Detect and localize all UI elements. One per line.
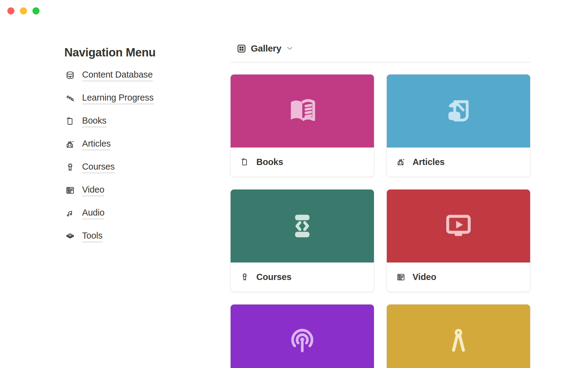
compass-icon bbox=[443, 325, 474, 357]
gallery-card-books[interactable]: Books bbox=[230, 74, 374, 177]
article-envelope-icon bbox=[396, 157, 406, 167]
podcast-icon bbox=[286, 325, 318, 357]
nav-item-learning-progress[interactable]: Learning Progress bbox=[64, 87, 208, 110]
card-footer: Articles bbox=[387, 148, 530, 177]
card-title: Courses bbox=[256, 272, 292, 282]
card-footer: Video bbox=[387, 263, 530, 292]
card-cover bbox=[387, 190, 530, 263]
nav-item-tools[interactable]: Tools bbox=[64, 225, 208, 248]
page-title: Navigation Menu bbox=[64, 45, 208, 59]
tv-play-icon bbox=[443, 210, 474, 242]
view-switcher[interactable]: Gallery bbox=[230, 40, 294, 57]
card-cover bbox=[387, 75, 530, 148]
nav-item-articles[interactable]: Articles bbox=[64, 133, 208, 156]
toolbar-divider bbox=[230, 62, 530, 63]
medal-icon bbox=[64, 162, 76, 173]
card-cover bbox=[231, 305, 374, 368]
medal-icon bbox=[240, 272, 250, 282]
chevron-down-icon bbox=[285, 44, 294, 52]
gallery-grid-icon bbox=[236, 44, 247, 54]
music-notes-icon bbox=[64, 208, 76, 219]
nav-item-courses[interactable]: Courses bbox=[64, 156, 208, 179]
card-title: Books bbox=[256, 157, 283, 167]
app-window-icon bbox=[396, 272, 406, 282]
app-window-icon bbox=[64, 185, 76, 196]
nav-item-video[interactable]: Video bbox=[64, 179, 208, 202]
card-footer: Courses bbox=[231, 263, 374, 292]
database-icon bbox=[64, 70, 76, 81]
card-title: Articles bbox=[413, 157, 445, 167]
window-controls bbox=[7, 7, 40, 14]
article-envelope-icon bbox=[64, 139, 76, 150]
minimize-window-button[interactable] bbox=[20, 7, 27, 14]
box-icon bbox=[64, 231, 76, 242]
nav-link-label[interactable]: Video bbox=[82, 185, 104, 196]
nav-item-audio[interactable]: Audio bbox=[64, 202, 208, 225]
book-icon bbox=[64, 116, 76, 127]
nav-link-label[interactable]: Articles bbox=[82, 139, 111, 150]
open-book-icon bbox=[286, 95, 318, 127]
close-window-button[interactable] bbox=[7, 7, 14, 14]
nav-link-label[interactable]: Learning Progress bbox=[82, 93, 154, 104]
gallery-card-grid: Books Articles Courses bbox=[230, 74, 530, 368]
gallery-card-partial-gold[interactable] bbox=[386, 304, 530, 368]
gallery-card-video[interactable]: Video bbox=[386, 189, 530, 292]
nav-link-label[interactable]: Audio bbox=[82, 208, 104, 219]
card-cover bbox=[231, 190, 374, 263]
gallery-card-articles[interactable]: Articles bbox=[386, 74, 530, 177]
gallery-card-courses[interactable]: Courses bbox=[230, 189, 374, 292]
card-footer: Books bbox=[231, 148, 374, 177]
card-cover bbox=[387, 305, 530, 368]
nav-list: Content Database Learning Progress Books… bbox=[64, 64, 208, 248]
code-brackets-icon bbox=[286, 210, 318, 242]
zoom-window-button[interactable] bbox=[32, 7, 40, 14]
navigation-menu: Navigation Menu Content Database Learnin… bbox=[64, 45, 208, 248]
book-icon bbox=[240, 157, 250, 167]
nav-item-books[interactable]: Books bbox=[64, 110, 208, 133]
card-cover bbox=[231, 75, 374, 148]
nav-link-label[interactable]: Courses bbox=[82, 162, 115, 173]
nav-link-label[interactable]: Books bbox=[82, 116, 107, 127]
nav-link-label[interactable]: Content Database bbox=[82, 70, 153, 81]
spiral-doodle-icon bbox=[64, 93, 76, 104]
view-label: Gallery bbox=[251, 43, 281, 54]
nav-item-content-database[interactable]: Content Database bbox=[64, 64, 208, 87]
nav-link-label[interactable]: Tools bbox=[82, 231, 103, 242]
gallery-card-partial-purple[interactable] bbox=[230, 304, 374, 368]
card-title: Video bbox=[413, 272, 436, 282]
quill-writing-icon bbox=[443, 95, 474, 127]
